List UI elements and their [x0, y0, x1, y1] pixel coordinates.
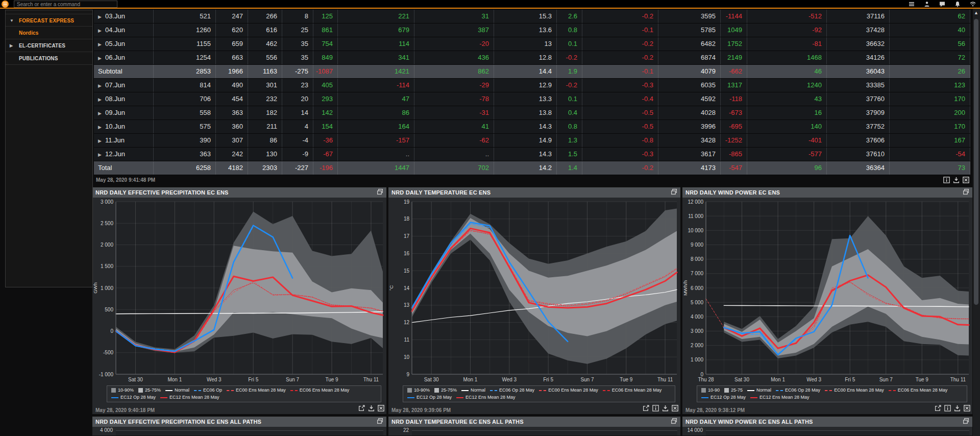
table-cell: 170: [890, 120, 970, 133]
table-cell: -0.3: [582, 79, 658, 92]
sidebar-item-el-certificates[interactable]: ▶EL-CERTIFICATES: [6, 39, 92, 52]
row-label-cell[interactable]: Subtotal: [94, 65, 154, 78]
svg-text:0: 0: [700, 372, 703, 377]
table-cell: 363: [154, 148, 216, 161]
info-icon[interactable]: [652, 404, 659, 414]
popup-window-icon[interactable]: [963, 188, 969, 197]
expand-icon[interactable]: ▶: [98, 42, 102, 47]
row-label-cell[interactable]: ▶05.Jun: [94, 37, 154, 51]
svg-text:-500: -500: [103, 350, 113, 355]
table-cell: -0.5: [582, 106, 658, 119]
chat-icon[interactable]: [939, 1, 945, 7]
popup-window-icon[interactable]: [963, 417, 969, 426]
svg-text:3 000: 3 000: [691, 328, 703, 334]
menu-icon[interactable]: [909, 1, 915, 7]
export-icon[interactable]: [358, 404, 365, 414]
svg-text:16: 16: [404, 251, 410, 256]
svg-text:1 500: 1 500: [101, 263, 113, 269]
legend-item: Normal: [165, 387, 189, 394]
bell-icon[interactable]: [954, 1, 961, 7]
download-icon[interactable]: [368, 404, 375, 414]
table-cell: 301: [248, 79, 282, 92]
wifi-icon[interactable]: [970, 1, 976, 7]
row-label-cell[interactable]: ▶06.Jun: [94, 51, 154, 64]
close-icon[interactable]: [964, 404, 970, 414]
chart-legend: 10-9025-75NormalEC06 Op 28 MayEC00 Ens M…: [697, 385, 967, 402]
svg-text:Tue 9: Tue 9: [916, 377, 929, 382]
expand-icon[interactable]: ▶: [98, 125, 102, 130]
expand-icon[interactable]: ▶: [98, 28, 102, 33]
app-logo-icon[interactable]: [2, 1, 9, 8]
svg-text:Mon 1: Mon 1: [463, 377, 478, 382]
row-label-cell[interactable]: ▶03.Jun: [94, 10, 154, 23]
table-cell: 849: [313, 51, 338, 64]
expand-icon[interactable]: ▶: [98, 83, 102, 88]
download-icon[interactable]: [954, 404, 961, 414]
info-icon[interactable]: [943, 176, 950, 185]
close-icon[interactable]: [672, 404, 678, 414]
row-label-cell[interactable]: ▶08.Jun: [94, 92, 154, 106]
table-cell: 14.9: [494, 134, 557, 147]
table-cell: 1468: [747, 51, 827, 64]
expand-icon[interactable]: ▶: [98, 56, 102, 61]
table-cell: 1163: [248, 65, 282, 78]
table-cell: 12.9: [494, 79, 557, 92]
sidebar-item-nordics[interactable]: Nordics: [6, 27, 92, 39]
legend-item: EC06 Ens Mean 28 May: [603, 387, 662, 394]
table-cell: 1254: [154, 51, 216, 64]
export-icon[interactable]: [935, 404, 941, 414]
scrollbar-thumb[interactable]: [974, 19, 978, 305]
row-label-cell[interactable]: ▶12.Jun: [94, 148, 154, 161]
table-cell: 182: [248, 106, 282, 119]
expand-icon[interactable]: ▶: [98, 138, 102, 143]
popup-window-icon[interactable]: [671, 188, 677, 197]
svg-text:Thu 11: Thu 11: [657, 377, 673, 382]
table-cell: 4592: [658, 92, 721, 106]
table-cell: -20: [414, 37, 494, 51]
info-icon[interactable]: [944, 404, 951, 414]
row-label-cell[interactable]: ▶11.Jun: [94, 134, 154, 147]
table-cell: -695: [721, 120, 747, 133]
chart-legend: 10-90%25-75%NormalEC06 Op 28 MayEC00 Ens…: [403, 385, 675, 402]
table-cell: 164: [338, 120, 414, 133]
table-cell: -67: [313, 148, 338, 161]
expand-icon[interactable]: ▶: [98, 97, 102, 102]
person-icon[interactable]: [924, 1, 930, 7]
table-timestamp: May 28, 2020 9:41:48 PM: [96, 177, 155, 183]
panel-title: NRD DAILY EFFECTIVE PRECIPITATION EC ENS: [95, 189, 377, 196]
search-input[interactable]: [14, 1, 117, 8]
sidebar-item-forecast-express[interactable]: ▼FORECAST EXPRESS: [6, 14, 92, 27]
legend-item: 25-75%: [434, 387, 457, 394]
table-cell: 2.6: [557, 10, 582, 23]
table-cell: -196: [313, 161, 338, 175]
row-label-cell[interactable]: ▶10.Jun: [94, 120, 154, 133]
legend-item: EC06 Ens Mean 28 May: [290, 387, 350, 394]
sidebar-item-publications[interactable]: PUBLICATIONS: [6, 52, 92, 65]
download-icon[interactable]: [662, 404, 669, 414]
table-cell: -0.2: [582, 37, 658, 51]
expand-icon[interactable]: ▶: [98, 14, 102, 19]
row-label-cell[interactable]: Total: [94, 161, 154, 175]
close-icon[interactable]: [378, 404, 384, 414]
scroll-up-icon[interactable]: ▲: [974, 10, 978, 15]
table-cell: 6874: [658, 51, 721, 64]
row-label-cell[interactable]: ▶07.Jun: [94, 79, 154, 92]
close-icon[interactable]: [963, 176, 969, 185]
vertical-scrollbar[interactable]: ▲: [973, 9, 980, 436]
popup-window-icon[interactable]: [377, 417, 383, 426]
svg-text:4 000: 4 000: [691, 314, 703, 320]
table-cell: 754: [313, 37, 338, 51]
table-cell: -0.4: [582, 92, 658, 106]
download-icon[interactable]: [953, 176, 960, 185]
table-cell: 62: [890, 10, 970, 23]
table-cell: -547: [721, 161, 747, 175]
popup-window-icon[interactable]: [377, 188, 383, 197]
row-label-cell[interactable]: ▶04.Jun: [94, 23, 154, 37]
row-label-cell[interactable]: ▶09.Jun: [94, 106, 154, 119]
table-cell: 861: [313, 23, 338, 37]
export-icon[interactable]: [643, 404, 649, 414]
table-cell: 6482: [658, 37, 721, 51]
expand-icon[interactable]: ▶: [98, 152, 102, 157]
expand-icon[interactable]: ▶: [98, 111, 102, 116]
popup-window-icon[interactable]: [671, 417, 677, 426]
